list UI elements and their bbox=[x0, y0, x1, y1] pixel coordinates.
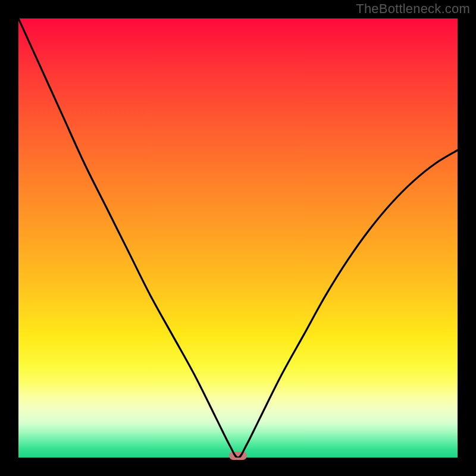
bottleneck-marker bbox=[229, 452, 247, 460]
chart-frame: TheBottleneck.com bbox=[0, 0, 476, 476]
plot-area bbox=[18, 18, 458, 458]
watermark-text: TheBottleneck.com bbox=[356, 1, 470, 17]
bottleneck-curve bbox=[18, 18, 458, 458]
